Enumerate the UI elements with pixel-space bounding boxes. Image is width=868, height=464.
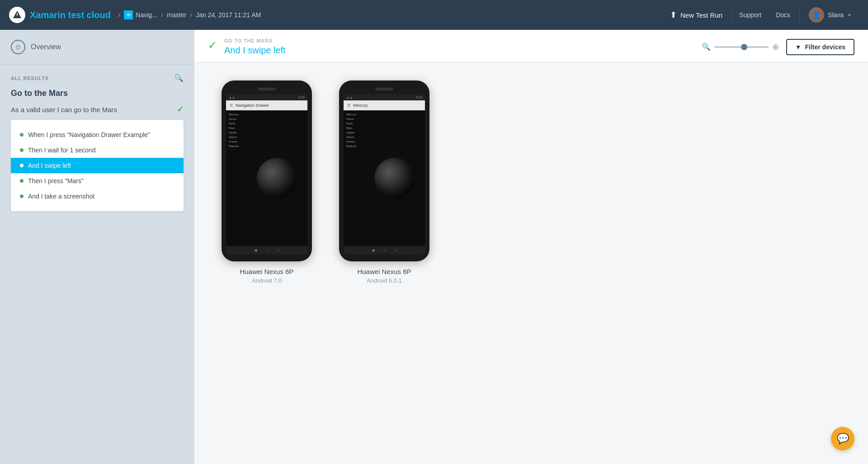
planet-venus-1: Venus	[229, 118, 249, 120]
device-name-1: Huawei Nexus 6P	[240, 268, 293, 275]
status-time-2: 9:25	[416, 96, 422, 99]
status-bar-2: ▲▲ 9:25	[344, 94, 425, 100]
test-title-area: ✓ GO TO THE MARS And I swipe left	[208, 38, 286, 56]
app-header: Xamarin test cloud › ✉ Navig... › master…	[0, 0, 868, 30]
phone-nav-bar-1: ◀ ○ □	[226, 246, 307, 254]
test-sub-title: And I swipe left	[224, 45, 286, 56]
app-title-1: Navigation Drawer	[236, 103, 269, 108]
zoom-in-icon[interactable]: ⊕	[772, 42, 779, 52]
step-label-1: When I press "Navigation Drawer Example"	[28, 131, 150, 138]
test-item[interactable]: As a valid user I can go to the Mars ✓	[11, 103, 184, 116]
device-os-2: Android 6.0.1	[367, 277, 401, 284]
phone-nav-bar-2: ◀ ○ □	[344, 246, 425, 254]
device-os-1: Android 7.0	[252, 277, 282, 284]
user-menu[interactable]: 👤 Slava ▼	[802, 7, 859, 23]
step-label-4: Then I press "Mars"	[28, 177, 84, 185]
step-item-5[interactable]: And I take a screenshot	[11, 189, 184, 204]
planet-circle-1	[257, 158, 297, 199]
logo-highlight: test cloud	[68, 10, 110, 20]
step-dot-5	[20, 194, 24, 198]
title-check-icon: ✓	[208, 39, 217, 52]
step-item-3-active[interactable]: And I swipe left	[11, 158, 184, 173]
sidebar-overview-item[interactable]: ⊙ Overview	[0, 30, 194, 65]
overview-label: Overview	[31, 43, 61, 51]
home-btn-2: ○	[383, 248, 386, 252]
filter-icon: ▼	[795, 43, 802, 51]
sidebar: ⊙ Overview ALL RESULTS 🔍 Go to the Mars …	[0, 30, 194, 464]
header-divider	[799, 8, 800, 22]
planet-list-2: Mercury Venus Earth Mars Jupiter Saturn …	[344, 110, 425, 246]
planet-circle-2	[374, 158, 415, 199]
planet-uranus-1: Uranus	[229, 140, 249, 143]
breadcrumb-nav-label: Navig...	[136, 11, 157, 19]
planet-image-area-1	[249, 112, 305, 244]
step-item-4[interactable]: Then I press "Mars"	[11, 173, 184, 189]
step-item-1[interactable]: When I press "Navigation Drawer Example"	[11, 127, 184, 142]
zoom-out-icon[interactable]: 🔍	[702, 43, 711, 51]
upload-icon: ⬆	[670, 10, 677, 20]
planet-uranus-2: Uranus	[346, 140, 367, 143]
step-dot-1	[20, 133, 24, 137]
breadcrumb-branch-label: master	[167, 11, 186, 19]
phone-screen-1: ▲▲ 9:25 ☰ Navigation Drawer Mercury Venu…	[226, 94, 307, 254]
logo-text: Xamarin test cloud	[30, 10, 111, 20]
app-header-2: ☰ Mercury	[344, 100, 425, 110]
status-text-2: ▲▲	[346, 96, 353, 99]
breadcrumb: › ✉ Navig... › master › Jan 24, 2017 11:…	[118, 10, 661, 19]
planet-earth-2: Earth	[346, 122, 367, 125]
breadcrumb-branch[interactable]: master	[167, 11, 186, 19]
planet-mercury-1: Mercury	[229, 113, 249, 116]
search-icon[interactable]: 🔍	[175, 74, 184, 82]
planet-mars-1: Mars	[229, 127, 249, 129]
nav-icon: ✉	[124, 10, 133, 19]
main-layout: ⊙ Overview ALL RESULTS 🔍 Go to the Mars …	[0, 30, 868, 464]
svg-point-2	[17, 17, 18, 18]
app-header-1: ☰ Navigation Drawer	[226, 100, 307, 110]
new-test-run-button[interactable]: ⬆ New Test Run	[661, 6, 732, 24]
planet-venus-2: Venus	[346, 118, 367, 120]
steps-card: When I press "Navigation Drawer Example"…	[11, 120, 184, 211]
planet-names-2: Mercury Venus Earth Mars Jupiter Saturn …	[346, 112, 367, 244]
step-dot-3	[20, 164, 24, 167]
logo-icon	[9, 7, 25, 23]
device-card-2: ▲▲ 9:25 ☰ Mercury Mercury Venus Earth	[339, 80, 429, 284]
app-title-2: Mercury	[353, 103, 368, 108]
docs-link[interactable]: Docs	[769, 8, 797, 22]
filter-devices-button[interactable]: ▼ Filter devices	[786, 39, 854, 55]
planet-image-area-2	[367, 112, 422, 244]
breadcrumb-sep-2: ›	[190, 11, 192, 19]
chat-bubble-button[interactable]: 💬	[831, 427, 854, 450]
test-group-title: Go to the Mars	[11, 89, 184, 98]
status-text-1: ▲▲	[229, 96, 235, 99]
planet-mercury-2: Mercury	[346, 113, 367, 116]
breadcrumb-date[interactable]: Jan 24, 2017 11:21 AM	[196, 11, 261, 19]
planet-mars-2: Mars	[346, 127, 367, 129]
zoom-slider[interactable]	[714, 46, 769, 48]
all-results-title: ALL RESULTS	[11, 76, 49, 81]
planet-saturn-2: Saturn	[346, 136, 367, 138]
device-card-1: ▲▲ 9:25 ☰ Navigation Drawer Mercury Venu…	[222, 80, 312, 284]
all-results-header: ALL RESULTS 🔍	[11, 74, 184, 82]
filter-btn-label: Filter devices	[805, 43, 846, 51]
breadcrumb-nav[interactable]: ✉ Navig...	[124, 10, 157, 19]
back-btn-2: ◀	[372, 248, 374, 252]
step-item-2[interactable]: Then I wait for 1 second	[11, 142, 184, 158]
support-link[interactable]: Support	[732, 8, 769, 22]
phone-frame-1: ▲▲ 9:25 ☰ Navigation Drawer Mercury Venu…	[222, 80, 312, 261]
step-label-2: Then I wait for 1 second	[28, 147, 95, 154]
content-area: ✓ GO TO THE MARS And I swipe left 🔍 ⊕ ▼ …	[194, 30, 868, 464]
planet-jupiter-2: Jupiter	[346, 131, 367, 134]
recents-btn-1: □	[277, 248, 279, 252]
planet-neptune-1: Neptune	[229, 145, 249, 147]
recents-btn-2: □	[395, 248, 397, 252]
avatar: 👤	[809, 7, 824, 23]
devices-container: ▲▲ 9:25 ☰ Navigation Drawer Mercury Venu…	[194, 62, 868, 302]
zoom-thumb	[741, 44, 747, 50]
breadcrumb-sep-1: ›	[161, 11, 163, 19]
logo-regular: Xamarin	[30, 10, 68, 20]
hamburger-icon-2: ☰	[347, 104, 350, 108]
chevron-down-icon: ▼	[847, 13, 852, 18]
test-title-block: GO TO THE MARS And I swipe left	[224, 38, 286, 56]
planet-earth-1: Earth	[229, 122, 249, 125]
breadcrumb-sep-0: ›	[118, 11, 120, 19]
